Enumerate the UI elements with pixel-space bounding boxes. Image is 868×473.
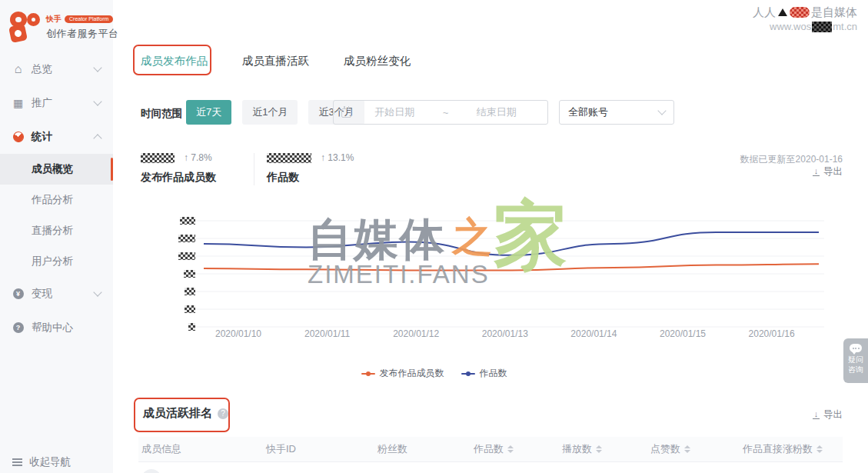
sidebar-item-help-center[interactable]: ? 帮助中心 xyxy=(0,311,113,345)
brand-name: 快手 xyxy=(46,14,62,25)
tab-member-publish[interactable]: 成员发布作品 xyxy=(141,54,208,68)
collapse-nav-icon xyxy=(12,458,22,466)
sidebar-item-work-analysis[interactable]: 作品分析 xyxy=(0,185,113,215)
col-fans: 粉丝数 xyxy=(377,442,407,456)
sidebar-item-user-analysis[interactable]: 用户分析 xyxy=(0,246,113,277)
censored-text xyxy=(812,22,832,32)
account-select[interactable]: 全部账号 xyxy=(559,100,674,125)
data-updated-text: 数据已更新至2020-01-16 xyxy=(740,153,843,166)
stat-publish-members: ↑ 7.8% 发布作品成员数 xyxy=(141,152,216,185)
chevron-up-icon xyxy=(93,134,101,142)
censor-triangle xyxy=(778,8,787,16)
col-member-info: 成员信息 xyxy=(141,442,181,456)
tab-member-live[interactable]: 成员直播活跃 xyxy=(242,54,309,68)
export-chart-button[interactable]: ↓ 导出 xyxy=(813,165,843,178)
export-ranking-button[interactable]: ↓ 导出 xyxy=(813,408,843,421)
end-date-placeholder: 结束日期 xyxy=(454,105,540,119)
svg-text:2020/01/12: 2020/01/12 xyxy=(393,328,439,339)
censored-stat-value xyxy=(267,153,311,163)
start-date-placeholder: 开始日期 xyxy=(351,105,438,119)
ranking-title: 成员活跃排名 ? xyxy=(143,406,228,421)
stat-works: ↑ 13.1% 作品数 xyxy=(267,152,354,185)
chevron-down-icon xyxy=(93,97,101,105)
yuan-coin-icon: ¥ xyxy=(12,288,25,299)
sidebar-item-overview[interactable]: ⌂ 总览 xyxy=(0,52,113,86)
censored-badge xyxy=(790,7,810,18)
chat-bubble-icon xyxy=(850,344,862,352)
home-icon: ⌂ xyxy=(12,62,25,76)
download-icon: ↓ xyxy=(813,411,820,419)
legend-marker xyxy=(461,371,475,376)
svg-text:2020/01/14: 2020/01/14 xyxy=(570,328,617,339)
legend-item-works[interactable]: 作品数 xyxy=(461,367,507,380)
stat-divider xyxy=(254,153,254,185)
chevron-down-icon xyxy=(93,288,101,296)
date-range-input[interactable]: 开始日期 ~ 结束日期 xyxy=(333,100,548,125)
svg-text:2020/01/16: 2020/01/16 xyxy=(749,328,795,339)
site-watermark: 人人 是自媒体 www.wos mt.cn xyxy=(753,5,857,34)
kuaishou-logo-icon xyxy=(9,11,42,43)
col-plays: 播放数 xyxy=(562,442,592,456)
member-publish-line-chart[interactable]: 2020/01/102020/01/112020/01/122020/01/13… xyxy=(148,209,849,345)
svg-text:2020/01/11: 2020/01/11 xyxy=(304,328,350,339)
legend-item-publish-members[interactable]: 发布作品成员数 xyxy=(361,367,444,380)
brand-subtitle: 创作者服务平台 xyxy=(46,27,119,41)
svg-text:2020/01/13: 2020/01/13 xyxy=(482,328,528,339)
collapse-nav-button[interactable]: 收起导航 xyxy=(12,455,71,469)
range-1month-button[interactable]: 近1个月 xyxy=(242,100,298,125)
censored-ytick xyxy=(184,270,195,278)
censored-ytick xyxy=(188,323,195,331)
ranking-table-header: 成员信息 快手ID 粉丝数 作品数 播放数 点赞数 作品直接涨粉数 xyxy=(138,437,843,462)
sidebar-item-monetization[interactable]: ¥ 变现 xyxy=(0,277,113,311)
date-separator: ~ xyxy=(438,107,454,118)
sort-icon[interactable] xyxy=(684,445,690,453)
censored-ytick xyxy=(178,252,195,260)
question-icon: ? xyxy=(12,322,25,333)
censored-ytick xyxy=(185,305,195,313)
legend-marker xyxy=(361,371,375,376)
censored-ytick xyxy=(180,217,195,225)
sidebar-item-live-analysis[interactable]: 直播分析 xyxy=(0,215,113,246)
sidebar: 快手 Creator Platform 创作者服务平台 ⌂ 总览 ▦ 推广 统计… xyxy=(0,0,113,473)
sort-icon[interactable] xyxy=(816,445,823,453)
censored-stat-value xyxy=(141,153,175,163)
avatar xyxy=(141,469,161,473)
col-kuaishou-id: 快手ID xyxy=(266,442,296,456)
col-likes: 点赞数 xyxy=(650,442,680,456)
chevron-down-icon xyxy=(657,106,666,115)
svg-text:2020/01/15: 2020/01/15 xyxy=(660,328,706,339)
brand-badge: Creator Platform xyxy=(65,15,113,23)
svg-text:2020/01/10: 2020/01/10 xyxy=(215,328,261,339)
sidebar-item-statistics[interactable]: 统计 xyxy=(0,120,113,154)
col-direct-fans-gain: 作品直接涨粉数 xyxy=(743,442,813,456)
chevron-down-icon xyxy=(93,63,101,72)
consult-float-button[interactable]: 疑问 咨询 xyxy=(843,338,868,383)
table-row[interactable] xyxy=(138,464,843,473)
sort-icon[interactable] xyxy=(596,445,602,453)
sort-icon[interactable] xyxy=(507,445,514,453)
sidebar-item-promotion[interactable]: ▦ 推广 xyxy=(0,86,113,120)
help-icon[interactable]: ? xyxy=(218,408,228,419)
col-works: 作品数 xyxy=(474,442,504,456)
app-logo[interactable]: 快手 Creator Platform 创作者服务平台 xyxy=(0,0,113,46)
censored-ytick xyxy=(178,235,195,242)
grid-icon: ▦ xyxy=(12,97,25,109)
sidebar-nav: ⌂ 总览 ▦ 推广 统计 成员概览 作品分析 直播分析 用户分析 ¥ 变现 xyxy=(0,52,113,345)
pie-chart-icon xyxy=(12,132,25,142)
time-range-label: 时间范围 xyxy=(141,107,182,121)
range-7days-button[interactable]: 近7天 xyxy=(186,100,231,125)
chart-legend: 发布作品成员数 作品数 xyxy=(0,367,868,380)
calendar-icon xyxy=(341,108,351,118)
censored-ytick xyxy=(185,288,195,295)
download-icon: ↓ xyxy=(813,168,820,176)
sidebar-item-member-overview[interactable]: 成员概览 xyxy=(0,154,113,185)
member-tabs: 成员发布作品 成员直播活跃 成员粉丝变化 xyxy=(141,54,411,68)
tab-member-fans[interactable]: 成员粉丝变化 xyxy=(344,54,411,68)
